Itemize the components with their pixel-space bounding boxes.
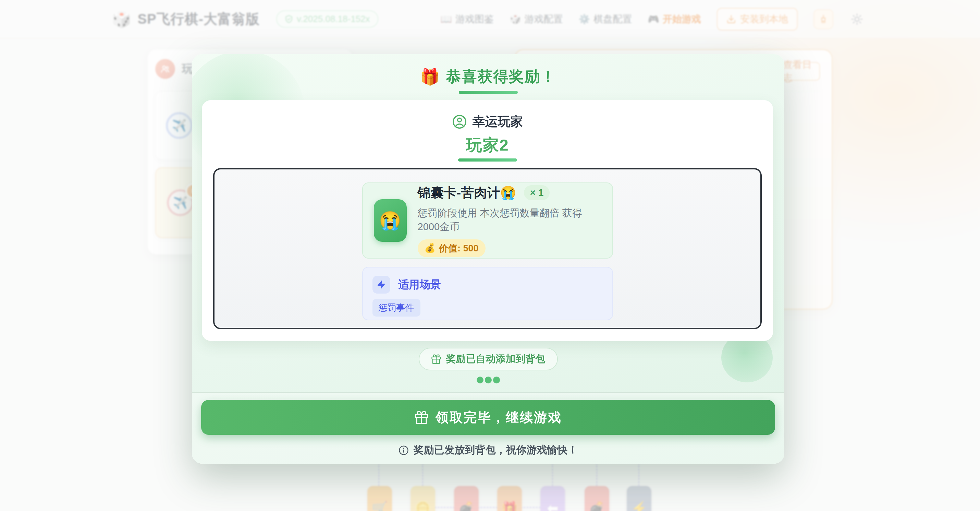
- modal-title: 恭喜获得奖励！: [446, 67, 556, 87]
- bolt-tile: [372, 276, 390, 294]
- lightning-icon: [377, 280, 386, 289]
- money-bag-icon: 💰: [425, 243, 436, 254]
- carousel-dot[interactable]: [493, 377, 500, 383]
- lucky-player-row: 幸运玩家: [202, 113, 773, 130]
- footer-note: 奖励已发放到背包，祝你游戏愉快！: [192, 443, 784, 457]
- player-underline: [458, 158, 517, 161]
- lucky-player-label: 幸运玩家: [473, 113, 523, 130]
- player-name: 玩家2: [202, 134, 773, 156]
- reward-value: 价值: 500: [439, 242, 479, 254]
- auto-added-text: 奖励已自动添加到背包: [446, 352, 546, 366]
- confirm-label: 领取完毕，继续游戏: [436, 409, 562, 426]
- carousel-dot[interactable]: [485, 377, 492, 383]
- title-underline: [459, 91, 518, 94]
- reward-emoji-tile: 😭: [374, 199, 407, 242]
- reward-count-badge: × 1: [524, 185, 550, 200]
- reward-modal: 🎁 恭喜获得奖励！ 幸运玩家 玩家2 😭 锦囊卡-苦肉计😭: [192, 54, 784, 464]
- info-icon: [399, 445, 409, 455]
- applicable-scene-card: 适用场景 惩罚事件: [362, 267, 613, 320]
- reward-items-box: 😭 锦囊卡-苦肉计😭 × 1 惩罚阶段使用 本次惩罚数量翻倍 获得2000金币 …: [213, 168, 762, 329]
- scene-label: 适用场景: [399, 278, 441, 292]
- reward-name: 锦囊卡-苦肉计😭: [418, 184, 516, 202]
- reward-info: 锦囊卡-苦肉计😭 × 1 惩罚阶段使用 本次惩罚数量翻倍 获得2000金币 💰 …: [418, 184, 601, 257]
- confirm-continue-button[interactable]: 领取完毕，继续游戏: [201, 400, 775, 435]
- auto-added-pill: 奖励已自动添加到背包: [419, 348, 558, 370]
- app-window: 🎲 SP飞行棋-大富翁版 v.2025.08.18-152x 📖 游戏图鉴 🎲 …: [0, 0, 980, 511]
- reward-detail-card: 幸运玩家 玩家2 😭 锦囊卡-苦肉计😭 × 1 惩罚阶段使用 本次惩罚数量翻倍 …: [202, 100, 773, 341]
- footer-note-text: 奖励已发放到背包，祝你游戏愉快！: [414, 443, 578, 457]
- carousel-dot[interactable]: [477, 377, 484, 383]
- gift-emoji-icon: 🎁: [420, 69, 440, 85]
- scene-tag-punishment: 惩罚事件: [372, 299, 420, 316]
- modal-title-row: 🎁 恭喜获得奖励！: [192, 67, 784, 87]
- reward-description: 惩罚阶段使用 本次惩罚数量翻倍 获得2000金币: [418, 206, 601, 234]
- carousel-dots[interactable]: [477, 377, 500, 383]
- reward-item-card: 😭 锦囊卡-苦肉计😭 × 1 惩罚阶段使用 本次惩罚数量翻倍 获得2000金币 …: [362, 182, 613, 259]
- reward-value-badge: 💰 价值: 500: [418, 240, 485, 257]
- gift-outline-icon: [431, 354, 441, 364]
- user-circle-icon: [452, 114, 467, 129]
- crying-emoji-icon: 😭: [379, 210, 401, 231]
- modal-footer: 领取完毕，继续游戏 奖励已发放到背包，祝你游戏愉快！: [192, 392, 784, 464]
- gift-outline-icon: [414, 410, 429, 425]
